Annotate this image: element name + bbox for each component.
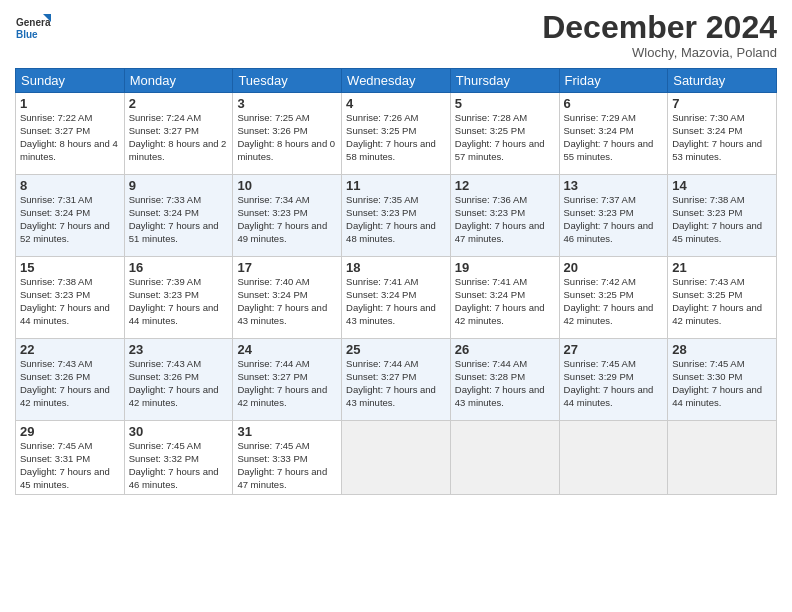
month-title: December 2024 — [542, 10, 777, 45]
day-number: 22 — [20, 342, 120, 357]
day-number: 5 — [455, 96, 555, 111]
day-number: 25 — [346, 342, 446, 357]
cell-info: Sunrise: 7:42 AMSunset: 3:25 PMDaylight:… — [564, 276, 664, 327]
cell-info: Sunrise: 7:29 AMSunset: 3:24 PMDaylight:… — [564, 112, 664, 163]
day-number: 26 — [455, 342, 555, 357]
cell-info: Sunrise: 7:45 AMSunset: 3:30 PMDaylight:… — [672, 358, 772, 409]
cell-info: Sunrise: 7:33 AMSunset: 3:24 PMDaylight:… — [129, 194, 229, 245]
cell-info: Sunrise: 7:41 AMSunset: 3:24 PMDaylight:… — [346, 276, 446, 327]
day-number: 13 — [564, 178, 664, 193]
day-number: 28 — [672, 342, 772, 357]
day-number: 18 — [346, 260, 446, 275]
table-row: 15 Sunrise: 7:38 AMSunset: 3:23 PMDaylig… — [16, 257, 125, 339]
cell-info: Sunrise: 7:45 AMSunset: 3:31 PMDaylight:… — [20, 440, 120, 491]
table-row: 7 Sunrise: 7:30 AMSunset: 3:24 PMDayligh… — [668, 93, 777, 175]
cell-info: Sunrise: 7:37 AMSunset: 3:23 PMDaylight:… — [564, 194, 664, 245]
cell-info: Sunrise: 7:43 AMSunset: 3:25 PMDaylight:… — [672, 276, 772, 327]
table-row — [668, 421, 777, 495]
table-row: 13 Sunrise: 7:37 AMSunset: 3:23 PMDaylig… — [559, 175, 668, 257]
cell-info: Sunrise: 7:24 AMSunset: 3:27 PMDaylight:… — [129, 112, 229, 163]
table-row: 30 Sunrise: 7:45 AMSunset: 3:32 PMDaylig… — [124, 421, 233, 495]
day-number: 10 — [237, 178, 337, 193]
day-number: 24 — [237, 342, 337, 357]
day-number: 30 — [129, 424, 229, 439]
day-number: 4 — [346, 96, 446, 111]
table-row — [450, 421, 559, 495]
table-row — [559, 421, 668, 495]
svg-text:Blue: Blue — [16, 29, 38, 40]
cell-info: Sunrise: 7:36 AMSunset: 3:23 PMDaylight:… — [455, 194, 555, 245]
table-row: 22 Sunrise: 7:43 AMSunset: 3:26 PMDaylig… — [16, 339, 125, 421]
day-number: 15 — [20, 260, 120, 275]
table-row: 6 Sunrise: 7:29 AMSunset: 3:24 PMDayligh… — [559, 93, 668, 175]
header-sunday: Sunday — [16, 69, 125, 93]
day-number: 6 — [564, 96, 664, 111]
table-row: 25 Sunrise: 7:44 AMSunset: 3:27 PMDaylig… — [342, 339, 451, 421]
day-number: 29 — [20, 424, 120, 439]
day-number: 11 — [346, 178, 446, 193]
cell-info: Sunrise: 7:44 AMSunset: 3:28 PMDaylight:… — [455, 358, 555, 409]
header: General Blue December 2024 Wlochy, Mazov… — [15, 10, 777, 60]
table-row: 27 Sunrise: 7:45 AMSunset: 3:29 PMDaylig… — [559, 339, 668, 421]
day-number: 20 — [564, 260, 664, 275]
header-wednesday: Wednesday — [342, 69, 451, 93]
day-number: 8 — [20, 178, 120, 193]
day-number: 3 — [237, 96, 337, 111]
cell-info: Sunrise: 7:22 AMSunset: 3:27 PMDaylight:… — [20, 112, 120, 163]
cell-info: Sunrise: 7:40 AMSunset: 3:24 PMDaylight:… — [237, 276, 337, 327]
table-row: 28 Sunrise: 7:45 AMSunset: 3:30 PMDaylig… — [668, 339, 777, 421]
header-saturday: Saturday — [668, 69, 777, 93]
table-row: 3 Sunrise: 7:25 AMSunset: 3:26 PMDayligh… — [233, 93, 342, 175]
calendar-week-row: 8 Sunrise: 7:31 AMSunset: 3:24 PMDayligh… — [16, 175, 777, 257]
cell-info: Sunrise: 7:45 AMSunset: 3:32 PMDaylight:… — [129, 440, 229, 491]
table-row: 2 Sunrise: 7:24 AMSunset: 3:27 PMDayligh… — [124, 93, 233, 175]
cell-info: Sunrise: 7:34 AMSunset: 3:23 PMDaylight:… — [237, 194, 337, 245]
table-row: 31 Sunrise: 7:45 AMSunset: 3:33 PMDaylig… — [233, 421, 342, 495]
logo: General Blue — [15, 10, 51, 46]
table-row: 17 Sunrise: 7:40 AMSunset: 3:24 PMDaylig… — [233, 257, 342, 339]
cell-info: Sunrise: 7:43 AMSunset: 3:26 PMDaylight:… — [20, 358, 120, 409]
table-row: 26 Sunrise: 7:44 AMSunset: 3:28 PMDaylig… — [450, 339, 559, 421]
table-row: 21 Sunrise: 7:43 AMSunset: 3:25 PMDaylig… — [668, 257, 777, 339]
table-row: 18 Sunrise: 7:41 AMSunset: 3:24 PMDaylig… — [342, 257, 451, 339]
table-row: 8 Sunrise: 7:31 AMSunset: 3:24 PMDayligh… — [16, 175, 125, 257]
calendar-week-row: 15 Sunrise: 7:38 AMSunset: 3:23 PMDaylig… — [16, 257, 777, 339]
page: General Blue December 2024 Wlochy, Mazov… — [0, 0, 792, 612]
table-row: 29 Sunrise: 7:45 AMSunset: 3:31 PMDaylig… — [16, 421, 125, 495]
header-monday: Monday — [124, 69, 233, 93]
cell-info: Sunrise: 7:38 AMSunset: 3:23 PMDaylight:… — [672, 194, 772, 245]
table-row: 24 Sunrise: 7:44 AMSunset: 3:27 PMDaylig… — [233, 339, 342, 421]
day-number: 14 — [672, 178, 772, 193]
table-row: 12 Sunrise: 7:36 AMSunset: 3:23 PMDaylig… — [450, 175, 559, 257]
table-row: 11 Sunrise: 7:35 AMSunset: 3:23 PMDaylig… — [342, 175, 451, 257]
logo-svg: General Blue — [15, 10, 51, 46]
table-row: 9 Sunrise: 7:33 AMSunset: 3:24 PMDayligh… — [124, 175, 233, 257]
location: Wlochy, Mazovia, Poland — [542, 45, 777, 60]
cell-info: Sunrise: 7:44 AMSunset: 3:27 PMDaylight:… — [237, 358, 337, 409]
cell-info: Sunrise: 7:26 AMSunset: 3:25 PMDaylight:… — [346, 112, 446, 163]
cell-info: Sunrise: 7:45 AMSunset: 3:29 PMDaylight:… — [564, 358, 664, 409]
table-row: 14 Sunrise: 7:38 AMSunset: 3:23 PMDaylig… — [668, 175, 777, 257]
cell-info: Sunrise: 7:30 AMSunset: 3:24 PMDaylight:… — [672, 112, 772, 163]
day-number: 16 — [129, 260, 229, 275]
table-row: 5 Sunrise: 7:28 AMSunset: 3:25 PMDayligh… — [450, 93, 559, 175]
cell-info: Sunrise: 7:31 AMSunset: 3:24 PMDaylight:… — [20, 194, 120, 245]
cell-info: Sunrise: 7:38 AMSunset: 3:23 PMDaylight:… — [20, 276, 120, 327]
cell-info: Sunrise: 7:35 AMSunset: 3:23 PMDaylight:… — [346, 194, 446, 245]
table-row: 16 Sunrise: 7:39 AMSunset: 3:23 PMDaylig… — [124, 257, 233, 339]
table-row: 4 Sunrise: 7:26 AMSunset: 3:25 PMDayligh… — [342, 93, 451, 175]
day-number: 27 — [564, 342, 664, 357]
day-number: 12 — [455, 178, 555, 193]
day-number: 31 — [237, 424, 337, 439]
cell-info: Sunrise: 7:45 AMSunset: 3:33 PMDaylight:… — [237, 440, 337, 491]
day-number: 7 — [672, 96, 772, 111]
calendar-week-row: 29 Sunrise: 7:45 AMSunset: 3:31 PMDaylig… — [16, 421, 777, 495]
title-area: December 2024 Wlochy, Mazovia, Poland — [542, 10, 777, 60]
day-number: 2 — [129, 96, 229, 111]
day-number: 17 — [237, 260, 337, 275]
day-number: 1 — [20, 96, 120, 111]
table-row: 1 Sunrise: 7:22 AMSunset: 3:27 PMDayligh… — [16, 93, 125, 175]
cell-info: Sunrise: 7:44 AMSunset: 3:27 PMDaylight:… — [346, 358, 446, 409]
header-friday: Friday — [559, 69, 668, 93]
svg-text:General: General — [16, 17, 51, 28]
